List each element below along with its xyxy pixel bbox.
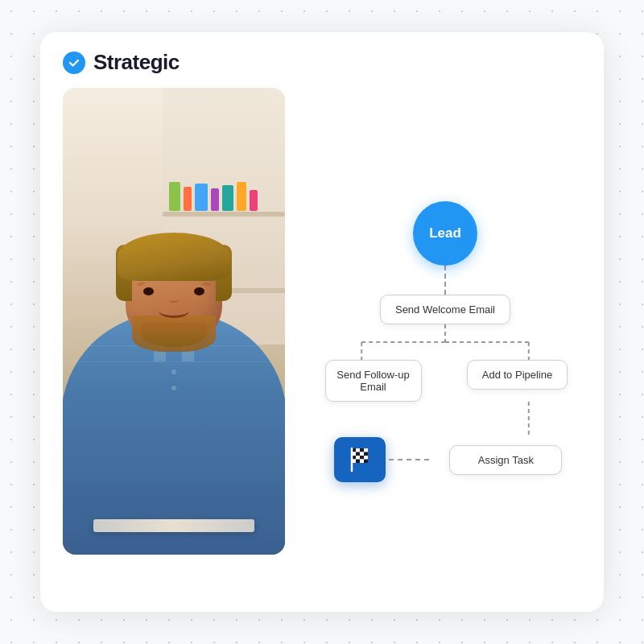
- header-area: Strategic: [40, 32, 604, 75]
- svg-rect-16: [356, 456, 360, 460]
- flag-to-task-connector: [389, 459, 429, 460]
- svg-rect-8: [356, 448, 360, 452]
- check-circle-icon: [63, 52, 85, 74]
- assign-task-area: Assign Task: [449, 445, 562, 475]
- flag-icon: [346, 446, 374, 473]
- send-followup-box: Send Follow-upEmail: [325, 360, 422, 402]
- main-card: Strategic: [40, 32, 604, 612]
- flag-icon-box: [334, 437, 386, 482]
- photo-card: [63, 88, 285, 555]
- assign-task-label: Assign Task: [478, 454, 534, 466]
- svg-rect-13: [360, 452, 364, 456]
- svg-rect-18: [364, 456, 368, 460]
- photo-section: [40, 88, 298, 596]
- svg-rect-17: [360, 456, 364, 460]
- add-pipeline-label: Add to Pipeline: [482, 369, 552, 381]
- assign-task-row: Assign Task: [306, 437, 584, 482]
- laptop-decoration: [93, 519, 254, 532]
- add-pipeline-box: Add to Pipeline: [467, 360, 568, 390]
- send-welcome-email-box: Send Welcome Email: [380, 295, 510, 324]
- svg-rect-10: [364, 448, 368, 452]
- lead-node: Lead: [413, 201, 477, 266]
- page-container: Strategic: [0, 0, 644, 644]
- assign-task-box: Assign Task: [449, 445, 562, 475]
- lead-label: Lead: [429, 225, 461, 242]
- lower-lines-svg: [306, 402, 584, 437]
- send-welcome-email-label: Send Welcome Email: [395, 303, 495, 316]
- person-photo: [63, 88, 285, 555]
- flow-diagram: Lead Send Welcome Email: [306, 201, 584, 482]
- svg-rect-22: [364, 460, 368, 464]
- branch-nodes: Send Follow-upEmail Add to Pipeline: [306, 360, 584, 402]
- lower-connector-area: [306, 402, 584, 437]
- connector-lead-to-welcome: [444, 266, 446, 295]
- branch-connector-area: [306, 324, 584, 360]
- svg-rect-14: [364, 452, 368, 456]
- send-followup-label: Send Follow-upEmail: [336, 369, 409, 393]
- branch-right: Add to Pipeline: [450, 360, 584, 402]
- svg-rect-21: [360, 460, 364, 464]
- svg-rect-12: [356, 452, 360, 456]
- content-area: Lead Send Welcome Email: [40, 75, 604, 612]
- svg-rect-9: [360, 448, 364, 452]
- flag-area: [306, 437, 449, 482]
- person-head: [126, 241, 222, 345]
- svg-rect-20: [356, 460, 360, 464]
- branch-lines-svg: [306, 324, 584, 360]
- page-title: Strategic: [93, 50, 180, 75]
- diagram-section: Lead Send Welcome Email: [298, 88, 604, 596]
- branch-left: Send Follow-upEmail: [306, 360, 440, 402]
